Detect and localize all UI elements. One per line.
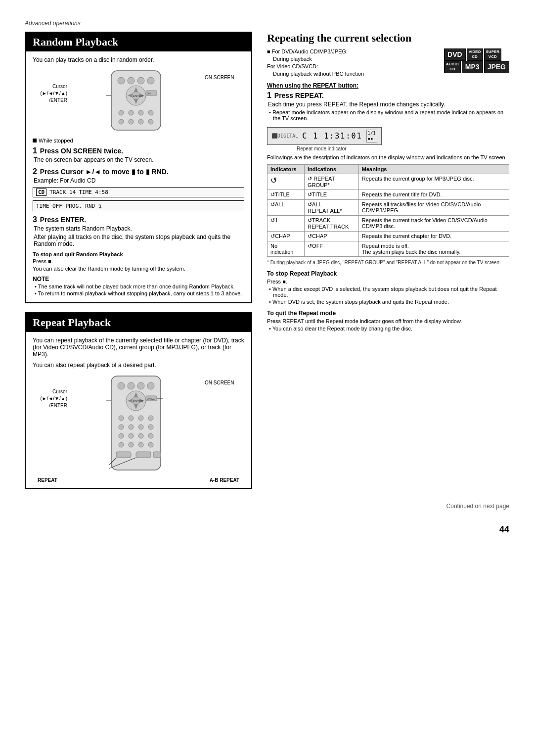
on-screen-label-repeat: ON SCREEN <box>205 374 244 387</box>
on-screen-text: ON SCREEN <box>205 75 234 80</box>
right-title-row: Repeating the current selection <box>267 32 509 45</box>
svg-point-39 <box>138 416 143 421</box>
footnote: * During playback of a JPEG disc, "REPEA… <box>267 260 509 265</box>
remote-illustration-repeat: Cursor(►/◄/▼/▲)/ENTER <box>33 374 244 472</box>
meaning-5: Repeats the current chapter for DVD. <box>358 231 509 241</box>
display-window-wrap: ⬛DIGITAL C 1 1:31:01 1/1▪▪ Repeat mode i… <box>267 125 509 151</box>
random-step3: 3 Press ENTER. The system starts Random … <box>33 215 244 247</box>
repeat-mode-label: Repeat mode indicator <box>267 146 509 151</box>
to-quit1: Press REPEAT until the Repeat mode indic… <box>267 318 509 324</box>
svg-point-37 <box>119 416 124 421</box>
svg-text:ENTER: ENTER <box>133 400 143 403</box>
step2-example: Example: For Audio CD <box>34 177 244 184</box>
step3-text1: The system starts Random Playback. <box>34 225 244 232</box>
svg-point-44 <box>148 425 153 429</box>
table-row: ↺TITLE ↺TITLE Repeats the current title … <box>267 189 509 199</box>
badge-group: DVD VIDEOCD SUPERVCD AUDIOCD MP3 JPEG <box>444 48 509 78</box>
repeat-intro1: You can repeat playback of the currently… <box>33 337 244 358</box>
svg-point-3 <box>137 77 144 84</box>
vcd-badges: VIDEOCD <box>467 48 483 61</box>
note-title: NOTE <box>33 276 244 283</box>
repeating-title: Repeating the current selection <box>267 32 411 45</box>
repeat-playback-content: You can repeat playback of the currently… <box>26 332 251 488</box>
cd-display: CD TRACK 14 TIME 4:58 <box>33 187 244 197</box>
table-row: ↺CHAP ↺CHAP Repeats the current chapter … <box>267 231 509 241</box>
indication-6: ↺OFF <box>305 241 359 256</box>
table-row: No indication ↺OFF Repeat mode is off.Th… <box>267 241 509 256</box>
to-stop-r1: Press ■. <box>267 279 509 284</box>
cursor-label-random: Cursor(►/◄/▼/▲)/ENTER <box>33 68 67 104</box>
to-stop-head: To stop and quit Random Playback <box>33 251 244 257</box>
on-screen-label-random: ON SCREEN <box>205 68 244 82</box>
ab-repeat-label: A-B REPEAT <box>210 477 239 483</box>
svg-point-49 <box>119 442 124 447</box>
step1-text: The on-screen bar appears on the TV scre… <box>34 156 244 163</box>
svg-point-18 <box>119 119 124 124</box>
display-window: ⬛DIGITAL C 1 1:31:01 1/1▪▪ <box>267 127 382 145</box>
random-step3-heading: 3 Press ENTER. <box>33 215 244 224</box>
svg-point-21 <box>148 119 153 124</box>
to-quit-head: To quit the Repeat mode <box>267 310 509 317</box>
random-playback-content: You can play tracks on a disc in random … <box>26 51 251 302</box>
svg-point-46 <box>129 433 134 438</box>
step2-number: 2 <box>33 167 37 176</box>
svg-point-26 <box>137 382 144 389</box>
svg-point-19 <box>129 119 134 124</box>
meaning-6: Repeat mode is off.The system plays back… <box>358 241 509 256</box>
for-dvd-row: ■ For DVD/Audio CD/MP3/JPEG: During play… <box>267 48 509 78</box>
right-column: Repeating the current selection ■ For DV… <box>267 32 509 498</box>
continued-text: Continued on next page <box>25 503 509 510</box>
step3-text2: After playing all tracks on the disc, th… <box>34 234 244 247</box>
svg-point-50 <box>129 442 134 447</box>
svg-rect-54 <box>136 452 151 458</box>
svg-point-2 <box>128 77 134 84</box>
repeat-intro2: You can also repeat playback of a desire… <box>33 362 244 369</box>
for-vcd: For Video CD/SVCD: <box>267 63 439 69</box>
dvd-badge: DVD <box>444 48 466 61</box>
cd-display-row2: TIME OFF PROG. RND ↴ <box>33 200 244 211</box>
svg-rect-55 <box>153 452 161 458</box>
to-quit2: • You can also clear the Repeat mode by … <box>267 326 509 331</box>
svg-point-43 <box>138 425 143 429</box>
for-dvd: ■ For DVD/Audio CD/MP3/JPEG: <box>267 48 439 54</box>
cd-time-val: TIME 4:58 <box>79 189 108 195</box>
badge-row1: DVD VIDEOCD SUPERVCD <box>444 48 509 61</box>
while-stopped-text: While stopped <box>39 138 73 143</box>
to-stop-random: To stop and quit Random Playback Press ■… <box>33 251 244 272</box>
repeat-playback-title: Repeat Playback <box>26 313 251 332</box>
repeat-table: Indicators Indications Meanings ↺ ↺ REPE… <box>267 164 509 257</box>
display-time: C 1 1:31:01 <box>302 132 362 141</box>
svg-point-4 <box>147 77 154 84</box>
svg-point-25 <box>128 382 134 389</box>
svg-point-24 <box>118 382 125 389</box>
cursor-icon: ↴ <box>98 202 102 210</box>
meaning-3: Repeats all tracks/files for Video CD/SV… <box>358 199 509 215</box>
svg-text:ON SCR: ON SCR <box>147 397 157 400</box>
table-row: ↺ALL ↺ALLREPEAT ALL* Repeats all tracks/… <box>267 199 509 215</box>
step2-to: to <box>137 168 144 176</box>
display-right: 1/1▪▪ <box>366 130 377 142</box>
step3-number: 3 <box>33 215 37 224</box>
svg-text:ON: ON <box>147 92 151 95</box>
remote-illustration-random: Cursor(►/◄/▼/▲)/ENTER <box>33 68 244 133</box>
cd-label: CD <box>36 189 46 196</box>
when-heading: When using the REPEAT button: <box>267 82 509 89</box>
repeat-step1-text1: Each time you press REPEAT, the Repeat m… <box>268 101 509 108</box>
indicator-3: ↺ALL <box>267 199 305 215</box>
left-column: Random Playback You can play tracks on a… <box>25 32 252 498</box>
audio-cd-badge: AUDIOCD <box>444 61 461 73</box>
random-step1: 1 Press ON SCREEN twice. The on-screen b… <box>33 146 244 163</box>
advanced-operations-label: Advanced operations <box>25 20 509 27</box>
random-intro: You can play tracks on a disc in random … <box>33 56 244 63</box>
to-stop-repeat-head: To stop Repeat Playback <box>267 270 509 277</box>
indicator-4: ↺1 <box>267 215 305 231</box>
repeating-title-text: Repeating the current selection <box>267 32 411 45</box>
repeat-step1-heading: 1 Press REPEAT. <box>267 91 509 100</box>
col-meanings: Meanings <box>358 164 509 174</box>
remote-svg-random: ENTER ON <box>69 68 203 133</box>
random-playback-title: Random Playback <box>26 33 251 51</box>
step1-head: Press ON SCREEN twice. <box>40 147 123 155</box>
svg-point-51 <box>138 442 143 447</box>
svg-point-41 <box>119 425 124 429</box>
svg-point-16 <box>138 110 143 115</box>
